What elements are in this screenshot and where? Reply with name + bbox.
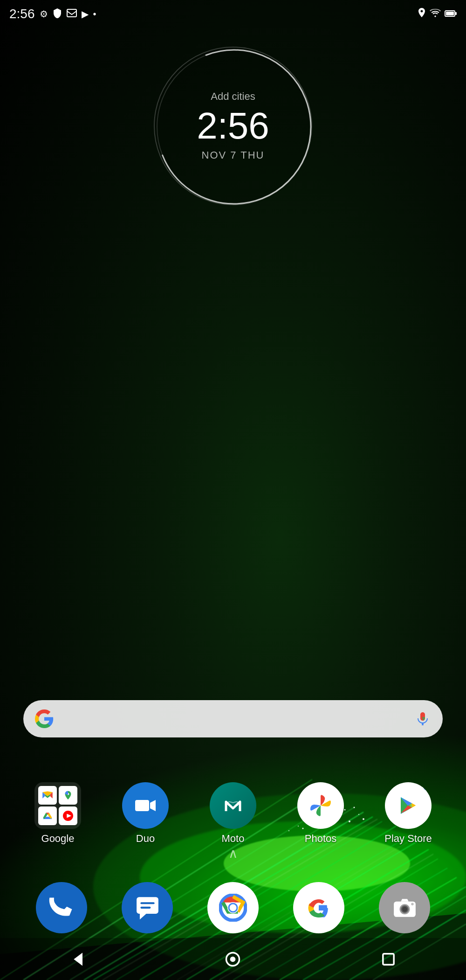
nav-recent-button[interactable] [374,945,402,973]
wifi-icon [430,9,441,20]
nav-home-button[interactable] [219,945,247,973]
location-icon [418,8,426,21]
svg-point-65 [230,904,237,911]
photos-app-icon[interactable] [297,782,344,829]
app-item-playstore[interactable]: Play Store [371,782,445,845]
mic-icon[interactable] [414,710,431,727]
dock-item-messages[interactable] [122,882,173,933]
dock-item-google[interactable] [293,882,344,933]
google-g-icon [35,709,54,728]
nav-back-button[interactable] [64,945,92,973]
status-right [418,8,457,21]
svg-rect-60 [140,906,151,908]
playstore-app-icon[interactable] [385,782,432,829]
photos-app-label: Photos [305,833,337,845]
dot-icon: • [93,9,96,20]
google-search-bar[interactable] [23,700,443,737]
email-icon [67,9,77,20]
status-left: 2:56 ⚙ ▶ • [9,7,96,21]
dock-item-phone[interactable] [36,882,87,933]
svg-marker-58 [140,913,146,919]
app-item-google[interactable]: Google [21,782,95,845]
svg-marker-72 [74,952,82,966]
play-icon: ▶ [82,8,89,20]
svg-rect-48 [135,800,149,811]
svg-rect-59 [140,902,154,904]
nav-bar [0,938,466,980]
app-row: Google Duo Moto [0,782,466,845]
svg-point-44 [157,50,311,204]
app-item-moto[interactable]: Moto [196,782,270,845]
svg-rect-75 [383,953,394,964]
svg-point-70 [402,906,407,911]
dock [0,882,466,933]
duo-app-label: Duo [136,833,155,845]
dock-item-camera[interactable] [379,882,430,933]
clock-arc [155,48,313,206]
google-app-icon[interactable] [34,782,81,829]
svg-rect-39 [67,9,76,17]
svg-rect-57 [137,897,158,914]
battery-icon [445,9,457,20]
duo-app-icon[interactable] [122,782,169,829]
svg-rect-41 [446,12,454,15]
status-bar: 2:56 ⚙ ▶ • [0,0,466,28]
clock-circle[interactable]: Add cities 2:56 NOV 7 THU [154,47,312,205]
svg-rect-42 [455,12,457,15]
svg-point-74 [230,956,236,962]
drawer-handle[interactable]: ∧ [228,846,238,861]
shield-icon [53,8,62,21]
svg-point-71 [411,903,414,905]
svg-point-43 [157,50,311,204]
playstore-app-label: Play Store [384,833,432,845]
moto-app-icon[interactable] [210,782,256,829]
svg-point-50 [219,792,247,820]
app-item-photos[interactable]: Photos [283,782,358,845]
status-time: 2:56 [9,7,35,21]
app-item-duo[interactable]: Duo [108,782,183,845]
clock-widget[interactable]: Add cities 2:56 NOV 7 THU [154,47,312,205]
google-app-label: Google [41,833,75,845]
dock-item-chrome[interactable] [207,882,259,933]
moto-app-label: Moto [222,833,245,845]
settings-icon: ⚙ [40,8,48,20]
